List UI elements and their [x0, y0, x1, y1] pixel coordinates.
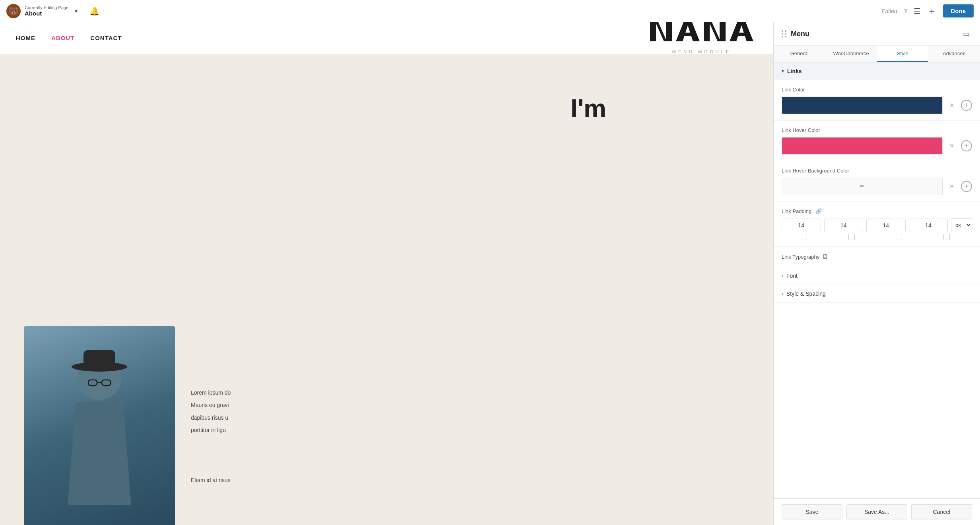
nav-contact: CONTACT: [90, 35, 122, 41]
font-chevron-icon: ›: [782, 273, 783, 279]
monitor-icon: 🖥: [822, 253, 828, 260]
nav-links: HOME ABOUT CONTACT: [16, 35, 122, 41]
preview-para5: Etiam id at risus: [191, 475, 350, 485]
preview-nav: HOME ABOUT CONTACT: [0, 22, 773, 54]
done-button[interactable]: Done: [943, 4, 974, 17]
link-typography-field: Link Typography 🖥: [774, 247, 980, 267]
drag-handle[interactable]: [782, 30, 787, 37]
tab-advanced[interactable]: Advanced: [928, 46, 980, 62]
cancel-button[interactable]: Cancel: [911, 504, 972, 519]
link-padding-field: Link Padding 🔗 px em %: [774, 202, 980, 247]
logo-icon: 🐻: [9, 6, 19, 16]
page-preview: HOME ABOUT CONTACT: [0, 22, 773, 525]
svg-marker-1: [676, 22, 700, 41]
edited-status: Edited: [881, 8, 897, 14]
svg-point-14: [105, 386, 107, 387]
editing-label: Currently Editing Page: [25, 5, 68, 10]
padding-left-icon: [943, 234, 950, 240]
preview-para3: dapibus risus u: [191, 413, 350, 423]
link-color-field: Link Color ✕ +: [774, 80, 980, 121]
notification-bell-icon[interactable]: 🔔: [89, 6, 99, 16]
top-bar-left: 🐻 Currently Editing Page About ▾ 🔔: [6, 4, 881, 18]
link-hover-color-clear-button[interactable]: ✕: [946, 140, 958, 152]
padding-right-icon: [848, 234, 855, 240]
panel-body: ▾ Links Link Color ✕ + Link Hover Color …: [774, 62, 980, 498]
panel-header: Menu ▭: [774, 22, 980, 46]
link-hover-bg-row: ✒ ✕ +: [782, 178, 972, 195]
page-dropdown-chevron[interactable]: ▾: [75, 8, 78, 14]
preview-text-block: Lorem ipsum do Mauris eu gravi dapibus r…: [191, 388, 350, 438]
help-icon[interactable]: ?: [904, 8, 907, 14]
style-spacing-label: Style & Spacing: [786, 291, 826, 297]
padding-unit-select[interactable]: px em %: [951, 218, 972, 232]
link-hover-bg-add-button[interactable]: +: [961, 181, 972, 192]
bear-logo: 🐻: [6, 4, 21, 18]
editing-info: Currently Editing Page About: [25, 5, 68, 17]
nav-about: ABOUT: [51, 35, 74, 41]
links-section-title: Links: [787, 68, 802, 74]
preview-headline: I'm: [571, 94, 606, 123]
tab-style[interactable]: Style: [877, 46, 929, 62]
preview-para2: Mauris eu gravi: [191, 400, 350, 410]
link-typography-label: Link Typography: [782, 254, 819, 260]
save-as-button[interactable]: Save As...: [846, 504, 907, 519]
nav-logo: MENU MODULE: [646, 22, 757, 59]
add-icon[interactable]: ＋: [927, 5, 937, 17]
preview-para4: porttitor in ligu: [191, 425, 350, 435]
logo-svg: MENU MODULE: [646, 22, 757, 57]
minimize-button[interactable]: ▭: [961, 29, 972, 39]
svg-rect-5: [735, 33, 747, 36]
menu-lines-icon[interactable]: ☰: [914, 6, 921, 16]
person-silhouette: [60, 346, 139, 505]
link-padding-label: Link Padding 🔗: [782, 208, 972, 214]
svg-point-13: [92, 386, 93, 387]
link-hover-color-field: Link Hover Color ✕ +: [774, 121, 980, 161]
style-spacing-subsection: › Style & Spacing: [774, 285, 980, 303]
svg-marker-3: [704, 22, 726, 41]
font-subsection-header[interactable]: › Font: [774, 267, 980, 285]
link-padding-text: Link Padding: [782, 208, 811, 214]
link-hover-color-add-button[interactable]: +: [961, 140, 972, 151]
link-hover-color-swatch[interactable]: [782, 137, 943, 155]
right-panel: Menu ▭ General WooCommerce Style Advance…: [773, 22, 980, 525]
link-color-swatch[interactable]: [782, 97, 943, 114]
eyedropper-icon: ✒: [859, 182, 865, 191]
link-color-clear-button[interactable]: ✕: [946, 99, 958, 111]
link-color-add-button[interactable]: +: [961, 100, 972, 111]
link-hover-bg-swatch[interactable]: ✒: [782, 178, 943, 195]
person-image: [24, 326, 175, 525]
panel-title: Menu: [791, 30, 809, 38]
padding-bottom-input[interactable]: [866, 219, 906, 232]
style-spacing-header[interactable]: › Style & Spacing: [774, 285, 980, 302]
link-hover-color-label: Link Hover Color: [782, 127, 972, 133]
tab-general[interactable]: General: [774, 46, 825, 62]
padding-top-input[interactable]: [782, 219, 821, 232]
style-spacing-chevron-icon: ›: [782, 291, 783, 296]
padding-right-input[interactable]: [824, 219, 864, 232]
padding-left-input[interactable]: [909, 219, 948, 232]
panel-drag-area: Menu: [782, 30, 809, 38]
tab-woocommerce[interactable]: WooCommerce: [825, 46, 877, 62]
links-section-header[interactable]: ▾ Links: [774, 62, 980, 80]
svg-text:MENU MODULE: MENU MODULE: [672, 49, 732, 54]
main-area: HOME ABOUT CONTACT: [0, 22, 980, 525]
padding-grid: px em %: [782, 218, 972, 232]
link-color-row: ✕ +: [782, 97, 972, 114]
link-hover-bg-label: Link Hover Background Color: [782, 168, 972, 174]
top-bar-right: Edited ? ☰ ＋ Done: [881, 4, 974, 17]
links-chevron-icon: ▾: [782, 68, 784, 74]
svg-marker-4: [730, 22, 753, 41]
save-button[interactable]: Save: [782, 504, 842, 519]
panel-footer: Save Save As... Cancel: [774, 498, 980, 525]
link-icon: 🔗: [815, 208, 822, 214]
page-name: About: [25, 10, 68, 17]
link-color-label: Link Color: [782, 87, 972, 93]
link-hover-color-row: ✕ +: [782, 137, 972, 155]
link-typography-row: Link Typography 🖥: [782, 253, 972, 260]
svg-rect-2: [681, 33, 694, 36]
link-hover-bg-clear-button[interactable]: ✕: [946, 180, 958, 192]
font-label: Font: [786, 273, 798, 279]
preview-body: I'm: [0, 54, 773, 525]
padding-top-icon: [801, 234, 807, 240]
top-bar: 🐻 Currently Editing Page About ▾ 🔔 Edite…: [0, 0, 980, 22]
